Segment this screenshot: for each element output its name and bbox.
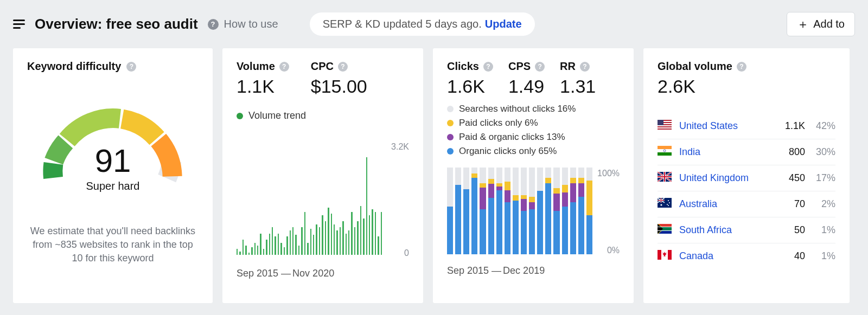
clicks-chart: 100% 0% — [447, 162, 620, 258]
bar — [254, 243, 256, 255]
stacked-bar — [455, 168, 461, 254]
range-to: Nov 2020 — [292, 268, 334, 279]
stacked-bar — [537, 168, 543, 254]
bar — [363, 218, 364, 255]
update-link[interactable]: Update — [485, 18, 522, 30]
country-name[interactable]: Australia — [679, 198, 773, 210]
ylab: 0% — [607, 246, 620, 255]
bar — [280, 243, 282, 255]
stacked-bar — [562, 168, 568, 254]
svg-rect-30 — [658, 230, 672, 231]
bar — [319, 227, 320, 255]
svg-point-24 — [668, 205, 669, 206]
bar — [284, 247, 285, 255]
help-icon[interactable]: ? — [126, 62, 136, 72]
kd-card: Keyword difficulty ? 91 Super hard We es… — [13, 48, 213, 303]
country-name[interactable]: United States — [679, 120, 773, 132]
bar — [269, 234, 270, 255]
how-to-use-label: How to use — [224, 18, 278, 30]
bar — [266, 240, 267, 255]
ylab: 100% — [597, 169, 620, 178]
country-name[interactable]: Canada — [679, 250, 773, 262]
bar — [342, 221, 343, 255]
leg: Organic clicks only 65% — [459, 146, 557, 157]
stacked-bar — [586, 168, 592, 254]
bar — [301, 227, 302, 255]
volume-card: Volume ? 1.1K CPC ? $15.00 Volume trend … — [222, 48, 423, 303]
help-icon[interactable]: ? — [338, 62, 348, 72]
help-icon: ? — [208, 19, 219, 30]
stacked-bar — [578, 168, 584, 254]
country-name[interactable]: United Kingdom — [679, 172, 773, 184]
range-from: Sep 2015 — [447, 265, 489, 276]
bar — [369, 215, 370, 255]
bar — [346, 234, 347, 255]
help-icon[interactable]: ? — [483, 62, 493, 72]
stacked-bar — [521, 168, 527, 254]
bar — [245, 246, 246, 255]
plus-icon: ＋ — [797, 18, 809, 30]
svg-rect-33 — [668, 250, 672, 260]
country-row[interactable]: United States1.1K42% — [658, 113, 835, 139]
stacked-bar — [529, 168, 535, 254]
svg-point-22 — [669, 202, 670, 203]
bar — [313, 235, 314, 255]
menu-icon[interactable] — [13, 17, 25, 31]
dot-icon — [447, 134, 454, 140]
flag-icon — [658, 198, 679, 210]
bar — [307, 243, 308, 255]
svg-rect-8 — [658, 152, 672, 156]
country-name[interactable]: South Africa — [679, 224, 773, 236]
dot-icon — [447, 120, 454, 126]
bar — [298, 246, 299, 255]
rr-label: RR — [560, 60, 576, 73]
country-row[interactable]: Canada401% — [658, 243, 835, 269]
stacked-bar — [447, 168, 453, 254]
country-row[interactable]: United Kingdom45017% — [658, 165, 835, 191]
rr-value: 1.31 — [560, 76, 596, 97]
svg-point-23 — [667, 204, 668, 205]
dot-icon — [447, 106, 454, 112]
bar — [304, 212, 305, 255]
country-name[interactable]: India — [679, 146, 773, 158]
global-label: Global volume — [658, 60, 732, 73]
country-volume: 1.1K — [773, 120, 805, 132]
bar — [286, 236, 288, 255]
cps-value: 1.49 — [508, 76, 545, 97]
bar — [278, 234, 279, 255]
help-icon[interactable]: ? — [535, 62, 545, 72]
bar — [295, 235, 296, 255]
global-volume-card: Global volume ? 2.6K United States1.1K42… — [643, 48, 850, 303]
volume-legend: Volume trend — [248, 110, 306, 121]
country-pct: 42% — [805, 120, 835, 132]
add-to-button[interactable]: ＋ Add to — [787, 12, 855, 36]
kd-desc: We estimate that you'll need backlinks f… — [27, 224, 199, 266]
svg-rect-5 — [658, 120, 663, 125]
help-icon[interactable]: ? — [580, 62, 590, 72]
bar — [322, 215, 323, 255]
update-pill[interactable]: SERP & KD updated 5 days ago. Update — [310, 12, 535, 36]
svg-rect-6 — [658, 146, 672, 149]
country-row[interactable]: South Africa501% — [658, 217, 835, 243]
volume-label: Volume — [237, 60, 275, 73]
cpc-label: CPC — [311, 60, 334, 73]
help-icon[interactable]: ? — [279, 62, 289, 72]
page-title: Overview: free seo audit — [35, 16, 198, 33]
bar — [251, 247, 252, 255]
cpc-value: $15.00 — [311, 76, 367, 97]
help-icon[interactable]: ? — [737, 62, 746, 72]
cps-label: CPS — [508, 60, 531, 73]
update-pill-text: SERP & KD updated 5 days ago. — [323, 18, 482, 30]
how-to-use-link[interactable]: ? How to use — [208, 18, 278, 30]
stacked-bar — [570, 168, 576, 254]
kd-gauge: 91 Super hard — [42, 100, 183, 192]
country-row[interactable]: India80030% — [658, 139, 835, 165]
clicks-value: 1.6K — [447, 76, 493, 97]
bar — [375, 212, 376, 255]
svg-rect-14 — [658, 176, 672, 177]
bar — [272, 227, 273, 255]
stacked-bar — [553, 168, 559, 254]
svg-rect-29 — [658, 227, 672, 227]
country-volume: 450 — [773, 172, 805, 184]
country-row[interactable]: Australia702% — [658, 191, 835, 217]
